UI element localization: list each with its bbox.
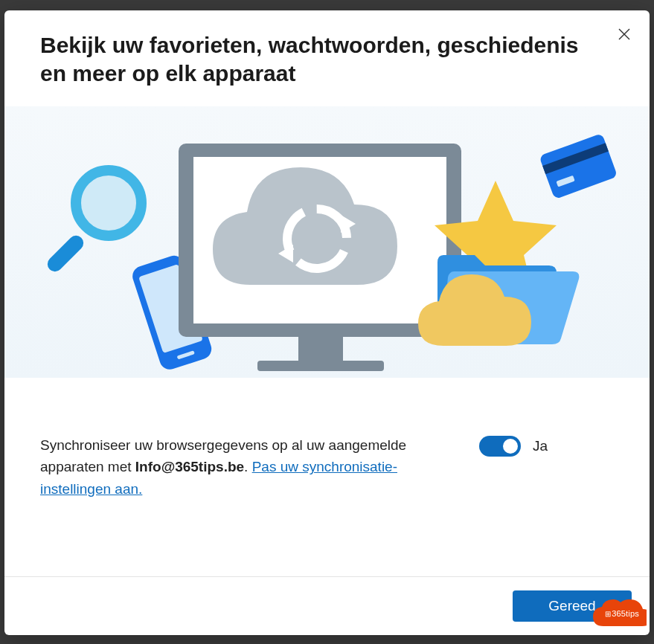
- dialog-header: Bekijk uw favorieten, wachtwoorden, gesc…: [4, 10, 650, 106]
- sync-account-label: Info@365tips.be: [135, 459, 244, 474]
- sync-description-post: .: [244, 459, 252, 474]
- sync-description: Synchroniseer uw browsergegevens op al u…: [40, 434, 457, 500]
- dialog-footer: Gereed ⊞365tips: [4, 576, 650, 635]
- svg-point-2: [76, 170, 141, 236]
- sync-toggle-label: Ja: [533, 438, 548, 454]
- close-icon: [618, 28, 630, 40]
- svg-rect-9: [298, 337, 343, 364]
- dialog-body: Synchroniseer uw browsergegevens op al u…: [4, 378, 650, 522]
- toggle-knob: [503, 439, 518, 454]
- sync-setup-dialog: Bekijk uw favorieten, wachtwoorden, gesc…: [4, 10, 650, 635]
- monitor-icon: [179, 144, 461, 371]
- svg-rect-10: [257, 361, 384, 371]
- sync-toggle[interactable]: [479, 436, 521, 457]
- svg-rect-3: [45, 233, 87, 275]
- sync-toggle-group: Ja: [479, 436, 548, 457]
- close-button[interactable]: [612, 22, 636, 46]
- badge-text: ⊞365tips: [605, 609, 639, 618]
- credit-card-icon: [539, 133, 618, 199]
- sync-illustration: [4, 106, 650, 378]
- site-badge: ⊞365tips: [592, 599, 647, 631]
- dialog-title: Bekijk uw favorieten, wachtwoorden, gesc…: [40, 31, 605, 87]
- magnifier-icon: [45, 170, 141, 274]
